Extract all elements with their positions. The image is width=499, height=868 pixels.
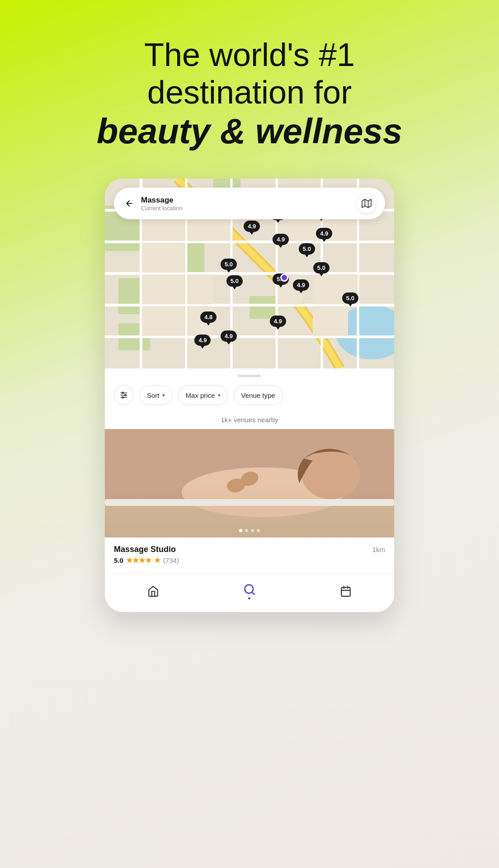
pin-rating: 5.0 (313, 262, 330, 274)
pin-rating: 4.9 (270, 316, 286, 327)
pin-rating: 4.9 (293, 279, 309, 291)
svg-rect-50 (342, 588, 351, 597)
svg-point-38 (122, 392, 123, 394)
search-location: Current location (141, 205, 352, 212)
svg-rect-29 (142, 306, 185, 336)
map-pin[interactable]: 5.0 (221, 259, 237, 270)
filter-bar: Sort ▾ Max price ▾ Venue type (105, 381, 394, 412)
map-pin[interactable]: 5.0 (342, 292, 358, 304)
sort-label: Sort (147, 392, 160, 399)
headline-line1: The world's #1 destination for (97, 36, 402, 111)
pin-rating: 5.0 (342, 292, 358, 304)
bottom-nav (105, 574, 394, 612)
pin-rating: 5.0 (226, 275, 243, 287)
map-pin[interactable]: 4.9 (273, 234, 289, 245)
svg-point-46 (226, 477, 246, 494)
stars: ★★★★ (126, 556, 151, 565)
nav-calendar[interactable] (326, 583, 366, 599)
svg-point-44 (301, 449, 360, 499)
svg-rect-31 (313, 306, 348, 336)
svg-rect-41 (105, 429, 394, 538)
dot-3 (251, 529, 254, 532)
headline-section: The world's #1 destination for beauty & … (97, 36, 402, 151)
svg-rect-26 (187, 274, 212, 304)
search-icon (243, 583, 256, 596)
venue-image (105, 429, 394, 538)
svg-line-49 (252, 592, 254, 594)
pin-rating: 4.9 (194, 335, 211, 346)
nav-home[interactable] (133, 583, 173, 599)
svg-rect-25 (142, 274, 185, 304)
back-button[interactable] (123, 197, 136, 210)
dot-4 (257, 529, 260, 532)
map-pin[interactable]: 4.9 (270, 316, 286, 327)
massage-photo (105, 429, 394, 538)
map-pin[interactable]: 5.0 (299, 243, 315, 255)
map-container: Massage Current location 4.9 4.9 4.9 4.9 (105, 179, 394, 368)
filter-options-button[interactable] (114, 385, 134, 405)
venue-name-row: Massage Studio 1km (114, 545, 385, 554)
pin-rating: 4.9 (244, 221, 260, 232)
svg-point-40 (122, 397, 123, 398)
svg-point-39 (125, 395, 126, 396)
sort-chevron: ▾ (162, 392, 165, 398)
svg-marker-32 (362, 199, 371, 208)
sort-filter[interactable]: Sort ▾ (139, 385, 173, 405)
image-pagination (239, 529, 260, 532)
map-pin[interactable]: 4.9 (244, 221, 260, 232)
map-pin[interactable]: 4.8 (200, 311, 217, 323)
venue-rating-row: 5.0 ★★★★★ (734) (114, 556, 385, 565)
map-pin[interactable]: 4.9 (194, 335, 211, 346)
venues-count: 1k+ venues nearby (105, 412, 394, 429)
svg-rect-22 (142, 243, 185, 273)
nav-search[interactable] (230, 581, 269, 601)
max-price-label: Max price (186, 392, 215, 399)
map-pin[interactable]: 4.9 (221, 330, 237, 342)
rating-value: 5.0 (114, 557, 123, 564)
drag-handle[interactable] (105, 368, 394, 381)
pin-rating: 4.9 (221, 330, 237, 342)
price-chevron: ▾ (218, 392, 221, 398)
venue-type-label: Venue type (241, 392, 275, 399)
pin-rating: 4.9 (273, 234, 289, 245)
headline-bold: beauty & wellness (97, 111, 402, 152)
max-price-filter[interactable]: Max price ▾ (178, 385, 228, 405)
venue-distance: 1km (372, 546, 385, 553)
nav-active-dot (248, 597, 250, 599)
handle-bar (238, 375, 261, 377)
map-pin[interactable]: 5.0 (226, 275, 243, 287)
venue-info: Massage Studio 1km 5.0 ★★★★★ (734) (105, 538, 394, 574)
calendar-icon (339, 585, 352, 598)
venue-name: Massage Studio (114, 545, 176, 554)
search-text: Massage Current location (141, 196, 352, 212)
map-pin[interactable]: 5.0 (313, 262, 330, 274)
review-count: (734) (163, 557, 179, 564)
pin-rating: 4.9 (316, 228, 332, 239)
search-bar[interactable]: Massage Current location (114, 188, 385, 219)
svg-point-43 (182, 467, 344, 517)
map-pin[interactable]: 4.9 (293, 279, 309, 291)
svg-point-45 (239, 469, 260, 488)
map-view-button[interactable] (357, 194, 376, 213)
svg-rect-42 (105, 501, 394, 538)
svg-rect-47 (105, 499, 394, 506)
phone-mockup: Massage Current location 4.9 4.9 4.9 4.9 (105, 179, 394, 612)
half-star: ★ (154, 556, 160, 565)
search-query: Massage (141, 196, 352, 205)
pin-rating: 5.0 (299, 243, 315, 255)
venue-card[interactable]: Massage Studio 1km 5.0 ★★★★★ (734) (105, 429, 394, 574)
home-icon (147, 585, 160, 598)
pin-rating: 4.8 (200, 311, 217, 323)
pin-rating: 5.0 (221, 259, 237, 270)
dot-1 (239, 529, 242, 532)
dot-2 (245, 529, 248, 532)
map-pin[interactable]: 4.9 (316, 228, 332, 239)
user-location-dot (280, 274, 288, 282)
venue-type-filter[interactable]: Venue type (234, 385, 283, 405)
